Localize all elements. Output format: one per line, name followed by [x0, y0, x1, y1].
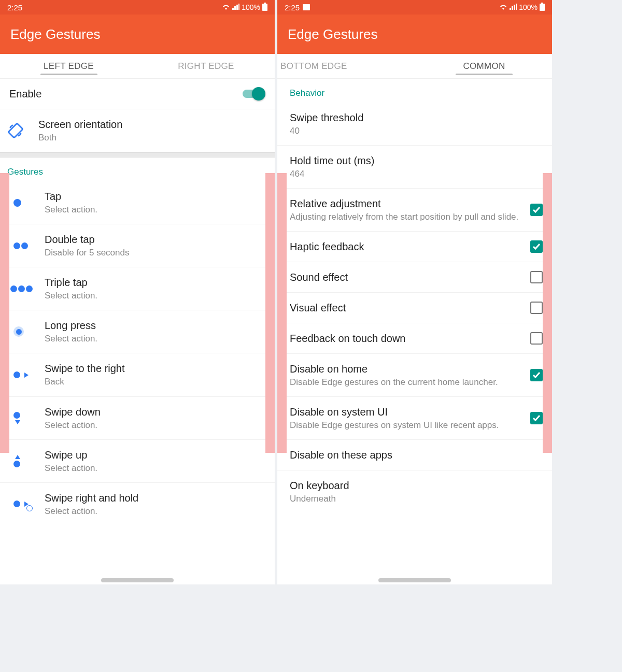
- left-edge-indicator: [0, 173, 9, 453]
- row-triple-tap[interactable]: Triple tapSelect action.: [0, 267, 275, 310]
- sound-checkbox[interactable]: [530, 271, 543, 283]
- right-edge-indicator: [543, 173, 552, 453]
- row-long-press[interactable]: Long pressSelect action.: [0, 310, 275, 353]
- row-touchdown[interactable]: Feedback on touch down: [277, 323, 552, 354]
- disable-sysui-checkbox[interactable]: [530, 412, 543, 424]
- signal-icon: [232, 3, 239, 11]
- tab-bottom-edge[interactable]: BOTTOM EDGE: [277, 54, 416, 78]
- long-press-icon: [9, 326, 45, 337]
- status-time: 2:25: [7, 3, 22, 12]
- triple-tap-icon: [9, 285, 45, 292]
- row-hold-timeout[interactable]: Hold time out (ms)464: [277, 146, 552, 189]
- tabs: BOTTOM EDGE COMMON: [277, 54, 552, 79]
- signal-icon: [510, 3, 517, 11]
- behavior-section-header: Behavior: [277, 79, 552, 103]
- row-haptic[interactable]: Haptic feedback: [277, 232, 552, 262]
- disable-home-checkbox[interactable]: [530, 369, 543, 381]
- svg-rect-2: [8, 123, 23, 138]
- wifi-icon: [499, 3, 507, 11]
- row-swipe-up[interactable]: Swipe upSelect action.: [0, 440, 275, 483]
- enable-label: Enable: [9, 87, 243, 101]
- tab-right-edge[interactable]: RIGHT EDGE: [137, 54, 275, 78]
- app-bar: Edge Gestures: [0, 15, 275, 54]
- row-swipe-right-hold[interactable]: Swipe right and holdSelect action.: [0, 483, 275, 525]
- left-edge-indicator: [277, 173, 287, 453]
- scroll-indicator: [101, 578, 174, 582]
- tabs: LEFT EDGE RIGHT EDGE: [0, 54, 275, 79]
- row-sound[interactable]: Sound effect: [277, 262, 552, 293]
- row-tap[interactable]: TapSelect action.: [0, 181, 275, 224]
- orientation-icon: [7, 122, 38, 139]
- row-orientation[interactable]: Screen orientation Both: [0, 109, 275, 152]
- wifi-icon: [222, 3, 230, 11]
- screen-common: 2:25 100% Edge Gestures BOTTOM EDGE COMM…: [277, 0, 552, 584]
- row-disable-apps[interactable]: Disable on these apps: [277, 440, 552, 470]
- haptic-checkbox[interactable]: [530, 240, 543, 253]
- orientation-title: Screen orientation: [38, 118, 265, 131]
- row-relative-adjustment[interactable]: Relative adjustmentAdjusting relatively …: [277, 189, 552, 232]
- visual-checkbox[interactable]: [530, 302, 543, 314]
- screen-left-edge: 2:25 100% Edge Gestures LEFT EDGE RIGHT …: [0, 0, 275, 584]
- touchdown-checkbox[interactable]: [530, 332, 543, 345]
- section-divider: [0, 152, 275, 158]
- row-double-tap[interactable]: Double tapDisable for 5 seconds: [0, 224, 275, 267]
- swipe-right-icon: [9, 371, 45, 378]
- row-swipe-right[interactable]: Swipe to the rightBack: [0, 353, 275, 396]
- svg-rect-5: [541, 3, 543, 4]
- status-time: 2:25: [285, 3, 300, 12]
- status-bar: 2:25 100%: [277, 0, 552, 15]
- orientation-value: Both: [38, 132, 265, 144]
- row-swipe-threshold[interactable]: Swipe threshold40: [277, 103, 552, 146]
- swipe-right-hold-icon: [9, 501, 45, 507]
- scroll-indicator: [378, 578, 451, 582]
- app-title: Edge Gestures: [288, 26, 377, 42]
- battery-icon: [262, 3, 267, 12]
- app-title: Edge Gestures: [10, 26, 100, 42]
- row-disable-home[interactable]: Disable on homeDisable Edge gestures on …: [277, 354, 552, 397]
- status-bar: 2:25 100%: [0, 0, 275, 15]
- row-enable[interactable]: Enable: [0, 79, 275, 109]
- battery-icon: [540, 3, 545, 12]
- gestures-section-header: Gestures: [0, 158, 275, 181]
- tab-common[interactable]: COMMON: [416, 54, 552, 78]
- swipe-down-icon: [9, 412, 45, 424]
- battery-text: 100%: [242, 3, 260, 11]
- row-visual[interactable]: Visual effect: [277, 293, 552, 323]
- tap-icon: [9, 199, 45, 207]
- battery-text: 100%: [519, 3, 538, 11]
- swipe-up-icon: [9, 455, 45, 467]
- svg-rect-4: [540, 4, 545, 11]
- app-bar: Edge Gestures: [277, 15, 552, 54]
- tab-left-edge[interactable]: LEFT EDGE: [0, 54, 137, 78]
- relative-checkbox[interactable]: [530, 204, 543, 216]
- row-on-keyboard[interactable]: On keyboardUnderneath: [277, 470, 552, 513]
- double-tap-icon: [9, 242, 45, 249]
- screenshot-icon: [303, 3, 310, 12]
- svg-rect-1: [264, 3, 266, 4]
- row-swipe-down[interactable]: Swipe downSelect action.: [0, 397, 275, 440]
- enable-switch[interactable]: [243, 87, 265, 101]
- right-edge-indicator: [265, 173, 275, 453]
- svg-rect-0: [262, 4, 267, 11]
- row-disable-sysui[interactable]: Disable on system UIDisable Edge gesture…: [277, 397, 552, 440]
- svg-rect-3: [303, 4, 310, 10]
